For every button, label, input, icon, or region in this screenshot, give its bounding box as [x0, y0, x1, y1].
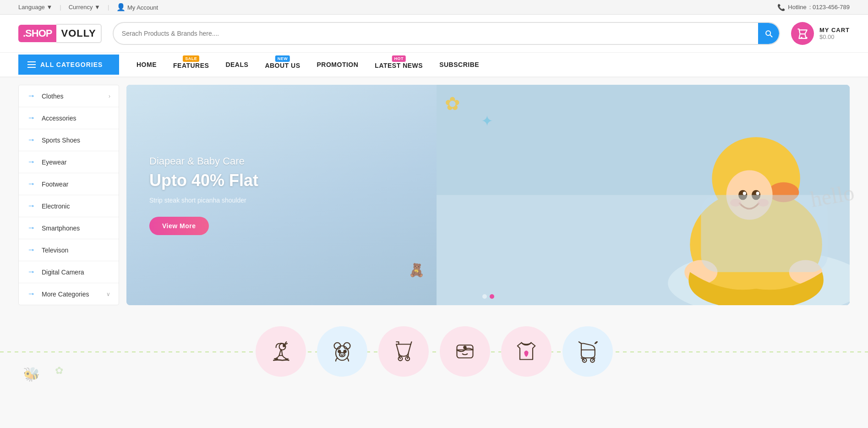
svg-rect-17: [701, 195, 828, 272]
baby-shirt-icon: [513, 339, 539, 364]
search-icon: [764, 29, 773, 38]
sidebar-label: Sports Shoes: [42, 137, 80, 144]
currency-selector[interactable]: Currency ▼: [69, 4, 100, 11]
nav-item-latestnews[interactable]: HOT LATEST NEWS: [366, 53, 431, 77]
svg-point-19: [283, 345, 285, 347]
stroller-icon: [391, 339, 416, 364]
arrow-icon: →: [27, 267, 35, 277]
sidebar-item-clothes[interactable]: → Clothes ›: [19, 85, 119, 107]
top-bar-left: Language ▼ | Currency ▼ | 👤 My Account: [18, 3, 158, 11]
sidebar-item-electronic[interactable]: → Electronic: [19, 195, 119, 217]
sidebar-label: Eyewear: [42, 159, 66, 166]
cart-area[interactable]: MY CART $0.00: [791, 22, 850, 45]
category-stroller[interactable]: [378, 326, 429, 377]
view-more-button[interactable]: View More: [149, 217, 209, 235]
search-button[interactable]: [758, 23, 779, 44]
hero-description: Strip steak short picanha shoulder: [149, 197, 258, 204]
teddy-bear-icon: [329, 339, 355, 364]
category-row: 🐝 ✿: [0, 313, 868, 390]
hero-content: Diapear & Baby Care Upto 40% Flat Strip …: [126, 137, 281, 253]
chevron-down-icon: ∨: [106, 291, 110, 297]
sidebar-label: Clothes: [42, 93, 63, 100]
svg-line-29: [410, 342, 411, 344]
svg-point-25: [339, 353, 344, 357]
cart-label: MY CART: [819, 27, 850, 33]
slider-dot-1[interactable]: [490, 294, 494, 299]
svg-point-32: [464, 346, 466, 349]
account-icon: 👤: [116, 3, 126, 11]
svg-point-11: [743, 192, 746, 195]
hot-badge: HOT: [392, 55, 406, 62]
account-link[interactable]: 👤 My Account: [116, 3, 158, 11]
hotline-number: : 0123-456-789: [809, 4, 850, 11]
cart-amount: $0.00: [819, 33, 850, 40]
search-bar: [113, 22, 780, 45]
header: .SHOP VOLLY MY CART $0.00: [0, 15, 868, 53]
sidebar-item-accessories[interactable]: → Accessories: [19, 107, 119, 129]
arrow-icon: →: [27, 223, 35, 233]
nav-item-subscribe[interactable]: SUBSCRIBE: [431, 54, 487, 76]
search-input[interactable]: [114, 25, 758, 42]
sidebar-label: More Categories: [42, 291, 89, 298]
logo-shop: .SHOP: [18, 25, 56, 42]
sidebar-label: Electronic: [42, 203, 70, 210]
slider-dot-0[interactable]: [482, 294, 487, 299]
hotline-label: Hotline: [788, 4, 806, 11]
chevron-right-icon: ›: [109, 93, 110, 99]
sidebar-label: Footwear: [42, 181, 68, 188]
category-rocking-horse[interactable]: [256, 326, 306, 377]
hamburger-icon: [27, 61, 36, 68]
sidebar: → Clothes › → Accessories → Sports Shoes…: [18, 85, 119, 305]
stroller2-icon: [575, 339, 601, 364]
arrow-icon: →: [27, 157, 35, 167]
nav-item-home[interactable]: HOME: [128, 54, 165, 76]
logo[interactable]: .SHOP VOLLY: [18, 24, 102, 43]
sale-badge: SALE: [183, 55, 199, 62]
category-baby-shirt[interactable]: [501, 326, 551, 377]
hero-subtitle: Diapear & Baby Care: [149, 155, 258, 167]
sidebar-item-footwear[interactable]: → Footwear: [19, 173, 119, 195]
all-categories-button[interactable]: ALL CATEGORIES: [18, 55, 119, 75]
logo-volly: VOLLY: [56, 24, 101, 43]
hero-title: Upto 40% Flat: [149, 171, 258, 190]
deco-line: [0, 351, 868, 352]
sidebar-item-more-categories[interactable]: → More Categories ∨: [19, 283, 119, 305]
arrow-icon: →: [27, 201, 35, 211]
arrow-icon: →: [27, 113, 35, 123]
main-content: → Clothes › → Accessories → Sports Shoes…: [0, 77, 868, 313]
diaper-icon: [452, 339, 478, 364]
phone-icon: 📞: [777, 4, 785, 11]
sidebar-item-eyewear[interactable]: → Eyewear: [19, 151, 119, 173]
sidebar-item-televison[interactable]: → Televison: [19, 239, 119, 261]
sidebar-item-sports-shoes[interactable]: → Sports Shoes: [19, 129, 119, 151]
svg-point-24: [344, 350, 346, 352]
nav-item-about[interactable]: NEW ABOUT US: [257, 53, 308, 77]
nav-item-deals[interactable]: DEALS: [217, 54, 257, 76]
nav-item-promotion[interactable]: PROMOTION: [309, 54, 367, 76]
arrow-icon: →: [27, 289, 35, 299]
svg-point-23: [338, 350, 340, 352]
svg-point-12: [756, 192, 759, 195]
slider-dots: [482, 294, 494, 299]
category-stroller2[interactable]: [562, 326, 613, 377]
sidebar-label: Smartphones: [42, 225, 80, 232]
nav-item-features[interactable]: SALE FEATURES: [165, 53, 217, 77]
bee-decoration: 🐝: [23, 366, 40, 382]
rocking-horse-icon: [268, 339, 294, 364]
sidebar-label: Accessories: [42, 115, 76, 122]
category-diaper[interactable]: [440, 326, 490, 377]
language-selector[interactable]: Language ▼: [18, 4, 52, 11]
top-bar: Language ▼ | Currency ▼ | 👤 My Account 📞…: [0, 0, 868, 15]
cart-icon: [797, 27, 808, 39]
sidebar-label: Televison: [42, 247, 68, 254]
arrow-icon: →: [27, 135, 35, 145]
arrow-icon: →: [27, 91, 35, 101]
category-teddy-bear[interactable]: [317, 326, 367, 377]
sidebar-item-digital-camera[interactable]: → Digital Camera: [19, 261, 119, 283]
sidebar-item-smartphones[interactable]: → Smartphones: [19, 217, 119, 239]
nav-links: HOME SALE FEATURES DEALS NEW ABOUT US PR…: [119, 53, 487, 77]
cart-text: MY CART $0.00: [819, 27, 850, 40]
new-badge: NEW: [275, 55, 290, 62]
nav-bar: ALL CATEGORIES HOME SALE FEATURES DEALS …: [0, 53, 868, 77]
top-bar-right: 📞 Hotline : 0123-456-789: [777, 4, 850, 11]
